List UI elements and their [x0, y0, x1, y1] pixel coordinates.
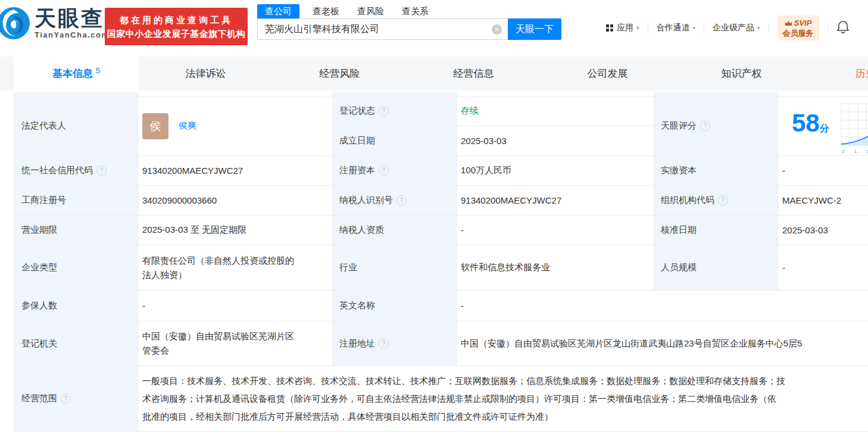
chevron-down-icon: ▾ — [757, 25, 760, 31]
biz-scope-line3: 批准的项目，经相关部门批准后方可开展经营活动，具体经营项目以相关部门批准文件或许… — [142, 408, 553, 426]
field-reg-capital-label: 注册资本 ? — [332, 156, 457, 186]
field-english-name-label: 英文名称 — [332, 291, 457, 321]
help-icon[interactable]: ? — [396, 195, 407, 205]
logo[interactable]: 天眼查 TianYanCha.com — [0, 6, 110, 40]
divider — [704, 23, 704, 33]
menu-cooperation[interactable]: 合作通道 ▾ — [657, 23, 696, 33]
search-row: × 天眼一下 — [257, 18, 561, 40]
biz-scope-line2: 术咨询服务；计算机及通讯设备租赁（除许可业务外，可自主依法经营法律法规非禁止或限… — [142, 390, 776, 408]
table-row: 工商注册号 340209000003660 纳税人识别号 ? 91340200M… — [14, 186, 868, 216]
field-org-code-value: MAECYJWC-2 — [779, 186, 868, 216]
svip-sublabel: 会员服务 — [783, 28, 814, 38]
tab-business-info[interactable]: 经营信息 — [407, 57, 541, 90]
field-reg-authority-value: 中国（安徽）自由贸易试验区芜湖片区管委会 — [139, 321, 332, 366]
crown-icon — [785, 20, 792, 26]
legal-rep-avatar[interactable]: 侯 — [142, 113, 168, 139]
search-box: × — [257, 18, 508, 40]
header-menu: 应用 ▾ 合作通道 ▾ 企业级产品 ▾ SVIP 会员服务 — [606, 14, 850, 42]
search-tab-boss[interactable]: 查老板 — [313, 4, 339, 18]
help-icon[interactable]: ? — [379, 106, 389, 116]
tab-basic-info-count: 5 — [96, 66, 100, 75]
promo-banner-line1: 都在用的商业查询工具 — [120, 13, 233, 27]
search-tab-relation[interactable]: 查关系 — [402, 4, 429, 18]
search-area: 查公司 查老板 查风险 查关系 × 天眼一下 — [257, 4, 561, 40]
help-icon[interactable]: ? — [379, 339, 389, 349]
search-tab-company[interactable]: 查公司 — [257, 4, 299, 18]
field-reg-address-value: 中国（安徽）自由贸易试验区芜湖片区龙山街道武夷山路23号自贸区企业服务中心5层5 — [457, 321, 868, 366]
table-row: 企业类型 有限责任公司（非自然人投资或控股的法人独资） 行业 软件和信息技术服务… — [14, 245, 868, 291]
biz-scope-line1: 一般项目：技术服务、技术开发、技术咨询、技术交流、技术转让、技术推广；互联网数据… — [142, 372, 785, 390]
menu-apps-label: 应用 — [617, 23, 633, 33]
field-staff-size-value: - — [779, 245, 868, 291]
header: 天眼查 TianYanCha.com 都在用的商业查询工具 国家中小企业发展子基… — [0, 0, 868, 57]
field-est-date-value: 2025-03-03 — [457, 126, 654, 156]
table-row: 营业期限 2025-03-03 至 无固定期限 纳税人资质 - 核准日期 202… — [14, 216, 868, 245]
svip-badge[interactable]: SVIP 会员服务 — [778, 15, 819, 40]
search-tabs: 查公司 查老板 查风险 查关系 — [257, 4, 561, 18]
field-industry-value: 软件和信息技术服务业 — [457, 245, 654, 291]
score-mini-chart — [840, 102, 868, 148]
help-icon[interactable]: ? — [96, 166, 107, 176]
tab-company-development[interactable]: 公司发展 — [541, 57, 675, 90]
chevron-down-icon: ▾ — [693, 25, 696, 31]
menu-enterprise-products[interactable]: 企业级产品 ▾ — [713, 23, 760, 33]
search-button[interactable]: 天眼一下 — [508, 18, 561, 40]
logo-subtitle: TianYanCha.com — [35, 30, 110, 39]
section-tab-bar: 基本信息 5 法律诉讼 经营风险 经营信息 公司发展 知识产权 历史信息 — [0, 57, 868, 90]
help-icon[interactable]: ? — [700, 121, 710, 131]
logo-text: 天眼查 TianYanCha.com — [35, 8, 110, 39]
field-taxpayer-id-value: 91340200MAECYJWC27 — [457, 186, 654, 216]
row1-middle: 登记状态 ? 存续 成立日期 2025-03-03 — [332, 96, 654, 156]
field-score-value: 58分 0 1 3 — [779, 96, 868, 156]
field-reg-no-value: 340209000003660 — [139, 186, 332, 216]
field-score-label: 天眼评分 ? — [654, 96, 779, 156]
field-taxpayer-id-label: 纳税人识别号 ? — [332, 186, 457, 216]
promo-banner-line2: 国家中小企业发展子基金旗下机构 — [107, 27, 246, 40]
divider — [828, 23, 828, 33]
tab-intellectual-property[interactable]: 知识产权 — [675, 57, 808, 90]
table-row: 法定代表人 侯 侯爽 登记状态 ? 存续 成立日期 2025-03-03 — [14, 96, 868, 156]
tab-basic-info-label: 基本信息 — [52, 67, 93, 80]
field-industry-label: 行业 — [332, 245, 457, 291]
search-tab-risk[interactable]: 查风险 — [357, 4, 384, 18]
help-icon[interactable]: ? — [61, 394, 71, 404]
help-icon[interactable]: ? — [718, 195, 728, 205]
legal-rep-link[interactable]: 侯爽 — [179, 120, 196, 132]
tab-business-risk[interactable]: 经营风险 — [273, 57, 407, 90]
field-biz-term-value: 2025-03-03 至 无固定期限 — [139, 216, 332, 245]
apps-grid-icon — [606, 24, 613, 32]
clear-icon[interactable]: × — [492, 24, 502, 35]
field-uscc-value: 91340200MAECYJWC27 — [139, 156, 332, 186]
field-paid-capital-label: 实缴资本 — [654, 156, 779, 186]
tianyancha-logo-icon — [0, 6, 31, 40]
field-legal-rep-value: 侯 侯爽 — [139, 96, 332, 156]
bell-icon[interactable] — [836, 20, 850, 36]
field-taxpayer-qual-value: - — [457, 216, 654, 245]
field-biz-scope-value: 一般项目：技术服务、技术开发、技术咨询、技术交流、技术转让、技术推广；互联网数据… — [139, 366, 868, 432]
menu-apps[interactable]: 应用 ▾ — [606, 23, 639, 33]
field-org-code-label: 组织机构代码 ? — [654, 186, 779, 216]
tab-legal-proceedings[interactable]: 法律诉讼 — [139, 57, 273, 90]
tab-history-info[interactable]: 历史信息 — [808, 57, 868, 90]
table-row: 参保人数 - 英文名称 - — [14, 291, 868, 321]
field-approval-date-label: 核准日期 — [654, 216, 779, 245]
table-row-partial — [14, 92, 868, 96]
tab-basic-info[interactable]: 基本信息 5 — [14, 57, 139, 90]
field-approval-date-value: 2025-03-03 — [779, 216, 868, 245]
chevron-down-icon: ▾ — [636, 25, 639, 31]
svip-label: SVIP — [794, 18, 812, 28]
table-row: 登记机关 中国（安徽）自由贸易试验区芜湖片区管委会 注册地址 ? 中国（安徽）自… — [14, 321, 868, 366]
field-reg-capital-value: 100万人民币 — [457, 156, 654, 186]
table-row: 统一社会信用代码 ? 91340200MAECYJWC27 注册资本 ? 100… — [14, 156, 868, 186]
field-biz-scope-label: 经营范围 ? — [14, 366, 139, 432]
page: 天眼查 TianYanCha.com 都在用的商业查询工具 国家中小企业发展子基… — [0, 0, 868, 434]
help-icon[interactable]: ? — [379, 166, 389, 176]
table-row: 经营范围 ? 一般项目：技术服务、技术开发、技术咨询、技术交流、技术转让、技术推… — [14, 366, 868, 432]
menu-enterprise-label: 企业级产品 — [713, 23, 754, 33]
field-company-type-value: 有限责任公司（非自然人投资或控股的法人独资） — [139, 245, 332, 291]
field-uscc-label: 统一社会信用代码 ? — [14, 156, 139, 186]
search-input[interactable] — [257, 18, 508, 40]
promo-banner: 都在用的商业查询工具 国家中小企业发展子基金旗下机构 — [105, 8, 248, 45]
field-staff-size-label: 人员规模 — [654, 245, 779, 291]
field-reg-no-label: 工商注册号 — [14, 186, 139, 216]
